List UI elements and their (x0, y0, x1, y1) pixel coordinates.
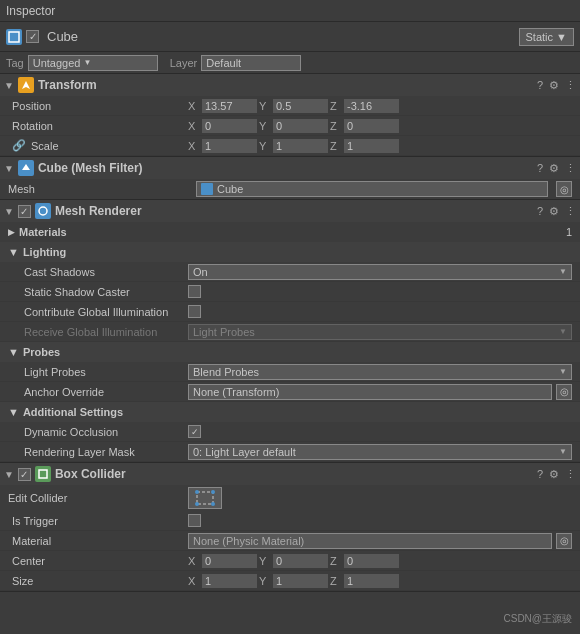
watermark-text: CSDN@王源骏 (504, 612, 573, 626)
position-y-input[interactable] (273, 99, 328, 113)
center-x-input[interactable] (202, 554, 257, 568)
rotation-x-input[interactable] (202, 119, 257, 133)
tag-layer-row: Tag Untagged ▼ Layer Default (0, 52, 580, 74)
mesh-renderer-settings[interactable]: ⚙ (549, 205, 559, 218)
center-z-input[interactable] (344, 554, 399, 568)
size-row: Size X Y Z (0, 571, 580, 591)
collider-material-dropdown[interactable]: None (Physic Material) (188, 533, 552, 549)
position-x-label: X (188, 100, 200, 112)
box-collider-menu[interactable]: ⋮ (565, 468, 576, 481)
scale-xyz: X Y Z (188, 139, 572, 153)
mesh-renderer-help[interactable]: ? (537, 205, 543, 217)
edit-collider-label: Edit Collider (8, 492, 188, 504)
position-z-input[interactable] (344, 99, 399, 113)
center-x-label: X (188, 555, 200, 567)
mesh-filter-chevron: ▼ (4, 163, 14, 174)
mesh-filter-settings[interactable]: ⚙ (549, 162, 559, 175)
transform-help[interactable]: ? (537, 79, 543, 91)
receive-gi-arrow: ▼ (559, 327, 567, 336)
content-area: ▼ Transform ? ⚙ ⋮ Position X (0, 74, 580, 634)
light-probes-dropdown[interactable]: Blend Probes ▼ (188, 364, 572, 380)
collider-material-text: None (Physic Material) (193, 535, 304, 547)
scale-y-label: Y (259, 140, 271, 152)
position-value: X Y Z (188, 99, 572, 113)
probes-section-header[interactable]: ▼ Probes (0, 342, 580, 362)
mesh-renderer-checkbox[interactable] (18, 205, 31, 218)
box-collider-header[interactable]: ▼ Box Collider ? ⚙ ⋮ (0, 463, 580, 485)
transform-menu[interactable]: ⋮ (565, 79, 576, 92)
size-value: X Y Z (188, 574, 572, 588)
box-collider-checkbox[interactable] (18, 468, 31, 481)
box-collider-chevron: ▼ (4, 469, 14, 480)
additional-settings-header[interactable]: ▼ Additional Settings (0, 402, 580, 422)
svg-point-2 (39, 207, 47, 215)
receive-gi-label: Receive Global Illumination (8, 326, 188, 338)
scale-value: X Y Z (188, 139, 572, 153)
rendering-layer-mask-dropdown[interactable]: 0: Light Layer default ▼ (188, 444, 572, 460)
svg-point-5 (195, 490, 199, 494)
svg-marker-1 (22, 164, 30, 170)
static-shadow-caster-value (188, 285, 572, 298)
mesh-value-field[interactable]: Cube (196, 181, 548, 197)
cast-shadows-dropdown[interactable]: On ▼ (188, 264, 572, 280)
scale-z-input[interactable] (344, 139, 399, 153)
is-trigger-label: Is Trigger (8, 515, 188, 527)
edit-collider-button[interactable] (188, 487, 222, 509)
size-y-input[interactable] (273, 574, 328, 588)
object-active-checkbox[interactable] (26, 30, 39, 43)
tag-dropdown[interactable]: Untagged ▼ (28, 55, 158, 71)
materials-count: 1 (566, 226, 572, 238)
svg-point-7 (195, 502, 199, 506)
transform-header[interactable]: ▼ Transform ? ⚙ ⋮ (0, 74, 580, 96)
static-button[interactable]: Static ▼ (519, 28, 574, 46)
contribute-gi-checkbox[interactable] (188, 305, 201, 318)
scale-x-input[interactable] (202, 139, 257, 153)
receive-gi-dropdown[interactable]: Light Probes ▼ (188, 324, 572, 340)
materials-label[interactable]: Materials (19, 226, 566, 238)
layer-dropdown[interactable]: Default (201, 55, 301, 71)
rotation-y-input[interactable] (273, 119, 328, 133)
size-z-input[interactable] (344, 574, 399, 588)
scale-z-label: Z (330, 140, 342, 152)
dynamic-occlusion-row: Dynamic Occlusion (0, 422, 580, 442)
mesh-renderer-header[interactable]: ▼ Mesh Renderer ? ⚙ ⋮ (0, 200, 580, 222)
center-xyz: X Y Z (188, 554, 572, 568)
mesh-filter-header[interactable]: ▼ Cube (Mesh Filter) ? ⚙ ⋮ (0, 157, 580, 179)
anchor-override-value: None (Transform) ◎ (188, 384, 572, 400)
rotation-xyz: X Y Z (188, 119, 572, 133)
rotation-z-input[interactable] (344, 119, 399, 133)
transform-actions: ? ⚙ ⋮ (537, 79, 576, 92)
size-x-input[interactable] (202, 574, 257, 588)
mesh-filter-help[interactable]: ? (537, 162, 543, 174)
object-name-input[interactable] (43, 27, 515, 46)
center-y-input[interactable] (273, 554, 328, 568)
light-probes-arrow: ▼ (559, 367, 567, 376)
receive-gi-row: Receive Global Illumination Light Probes… (0, 322, 580, 342)
layer-value: Default (206, 57, 241, 69)
is-trigger-checkbox[interactable] (188, 514, 201, 527)
box-collider-help[interactable]: ? (537, 468, 543, 480)
static-shadow-caster-label: Static Shadow Caster (8, 286, 188, 298)
is-trigger-row: Is Trigger (0, 511, 580, 531)
edit-collider-icon (195, 490, 215, 506)
anchor-override-dropdown[interactable]: None (Transform) (188, 384, 552, 400)
mesh-target-button[interactable]: ◎ (556, 181, 572, 197)
dynamic-occlusion-checkbox[interactable] (188, 425, 201, 438)
position-xyz: X Y Z (188, 99, 572, 113)
mesh-renderer-menu[interactable]: ⋮ (565, 205, 576, 218)
mesh-value-text: Cube (217, 183, 243, 195)
collider-material-target[interactable]: ◎ (556, 533, 572, 549)
mesh-renderer-component: ▼ Mesh Renderer ? ⚙ ⋮ ▶ Materials 1 (0, 200, 580, 463)
cast-shadows-arrow: ▼ (559, 267, 567, 276)
mesh-filter-menu[interactable]: ⋮ (565, 162, 576, 175)
center-row: Center X Y Z (0, 551, 580, 571)
lighting-section-header[interactable]: ▼ Lighting (0, 242, 580, 262)
anchor-override-target[interactable]: ◎ (556, 384, 572, 400)
scale-lock-icon[interactable]: 🔗 (12, 139, 26, 152)
transform-settings[interactable]: ⚙ (549, 79, 559, 92)
box-collider-settings[interactable]: ⚙ (549, 468, 559, 481)
position-x-input[interactable] (202, 99, 257, 113)
additional-settings-label: Additional Settings (23, 406, 123, 418)
scale-y-input[interactable] (273, 139, 328, 153)
static-shadow-caster-checkbox[interactable] (188, 285, 201, 298)
